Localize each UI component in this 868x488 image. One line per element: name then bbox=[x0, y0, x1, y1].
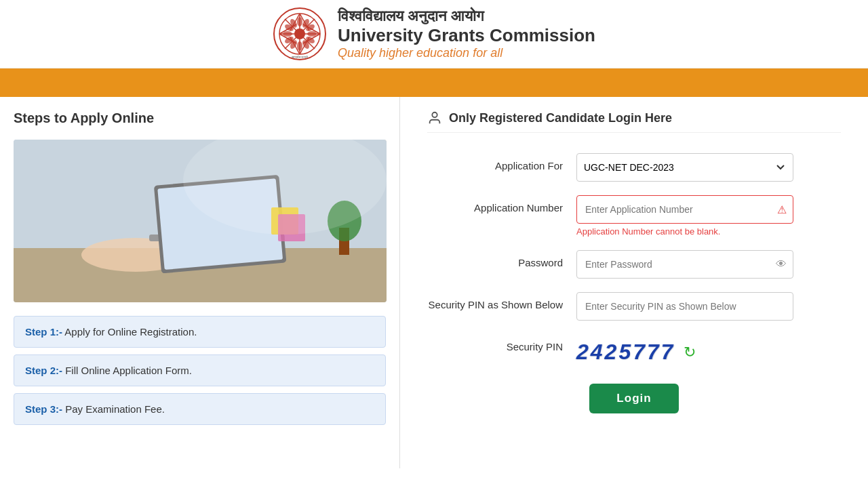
main-content: Steps to Apply Online bbox=[0, 96, 868, 468]
security-pin-display-label: Security PIN bbox=[427, 334, 576, 352]
password-field: 👁 bbox=[576, 250, 841, 279]
security-pin-input-wrapper bbox=[576, 292, 793, 321]
svg-point-18 bbox=[307, 31, 317, 37]
svg-point-24 bbox=[283, 31, 292, 37]
logo-hindi: विश्वविद्यालय अनुदान आयोग bbox=[338, 7, 595, 25]
login-button[interactable]: Login bbox=[589, 384, 678, 413]
svg-point-21 bbox=[297, 41, 302, 51]
application-for-label: Application For bbox=[427, 153, 576, 171]
password-wrapper: 👁 bbox=[576, 250, 793, 279]
step-3-item: Step 3:- Pay Examination Fee. bbox=[14, 393, 386, 425]
step-1-item: Step 1:- Apply for Online Registration. bbox=[14, 316, 386, 348]
page-header: सत्यमेव जयते विश्वविद्यालय अनुदान आयोग U… bbox=[0, 0, 868, 68]
logo-text: विश्वविद्यालय अनुदान आयोग University Gra… bbox=[338, 7, 595, 60]
svg-text:सत्यमेव जयते: सत्यमेव जयते bbox=[291, 55, 308, 59]
security-pin-display: 2425777 ↻ bbox=[576, 334, 841, 370]
security-pin-display-row: Security PIN 2425777 ↻ bbox=[427, 334, 841, 370]
security-pin-input-row: Security PIN as Shown Below bbox=[427, 292, 841, 321]
application-for-select[interactable]: UGC-NET DEC-2023 UGC-NET JUNE-2023 bbox=[576, 153, 793, 182]
user-icon bbox=[427, 110, 442, 125]
application-number-error: Application Number cannot be blank. bbox=[576, 226, 841, 237]
security-pin-display-field: 2425777 ↻ bbox=[576, 334, 841, 370]
application-number-field: ⚠ Application Number cannot be blank. bbox=[576, 195, 841, 237]
ugc-emblem-icon: सत्यमेव जयते bbox=[273, 7, 327, 61]
security-pin-input[interactable] bbox=[576, 292, 793, 321]
svg-point-15 bbox=[297, 17, 302, 26]
password-label: Password bbox=[427, 250, 576, 268]
application-number-input[interactable] bbox=[576, 195, 793, 224]
security-pin-input-label: Security PIN as Shown Below bbox=[427, 292, 576, 310]
refresh-icon[interactable]: ↻ bbox=[684, 344, 696, 361]
application-for-row: Application For UGC-NET DEC-2023 UGC-NET… bbox=[427, 153, 841, 182]
password-row: Password 👁 bbox=[427, 250, 841, 279]
left-panel-title: Steps to Apply Online bbox=[14, 110, 386, 126]
application-number-row: Application Number ⚠ Application Number … bbox=[427, 195, 841, 237]
show-password-icon[interactable]: 👁 bbox=[776, 258, 787, 270]
login-button-row: Login bbox=[427, 384, 841, 413]
header-logo: सत्यमेव जयते विश्वविद्यालय अनुदान आयोग U… bbox=[273, 7, 595, 61]
application-for-field: UGC-NET DEC-2023 UGC-NET JUNE-2023 bbox=[576, 153, 841, 182]
svg-point-14 bbox=[294, 28, 305, 39]
logo-tagline: Quality higher education for all bbox=[338, 46, 595, 60]
step-3-text: Pay Examination Fee. bbox=[65, 403, 165, 415]
step-2-text: Fill Online Application Form. bbox=[65, 365, 192, 376]
application-number-label: Application Number bbox=[427, 195, 576, 214]
logo-english: University Grants Commission bbox=[338, 25, 595, 46]
step-2-item: Step 2:- Fill Online Application Form. bbox=[14, 354, 386, 386]
svg-point-39 bbox=[432, 113, 437, 117]
step-2-bold: Step 2:- bbox=[25, 365, 62, 376]
login-title-bar: Only Registered Candidate Login Here bbox=[427, 110, 841, 133]
login-title-text: Only Registered Candidate Login Here bbox=[449, 111, 672, 125]
left-panel: Steps to Apply Online bbox=[0, 97, 400, 468]
nav-bar bbox=[0, 68, 868, 96]
office-image bbox=[14, 140, 387, 302]
error-icon: ⚠ bbox=[777, 203, 787, 216]
step-1-bold: Step 1:- bbox=[25, 326, 62, 338]
password-input[interactable] bbox=[576, 250, 793, 279]
step-3-bold: Step 3:- bbox=[25, 403, 62, 415]
application-number-wrapper: ⚠ bbox=[576, 195, 793, 224]
right-panel: Only Registered Candidate Login Here App… bbox=[400, 97, 868, 468]
security-pin-value: 2425777 bbox=[576, 340, 675, 365]
step-1-text: Apply for Online Registration. bbox=[64, 326, 197, 338]
security-pin-input-field bbox=[576, 292, 841, 321]
